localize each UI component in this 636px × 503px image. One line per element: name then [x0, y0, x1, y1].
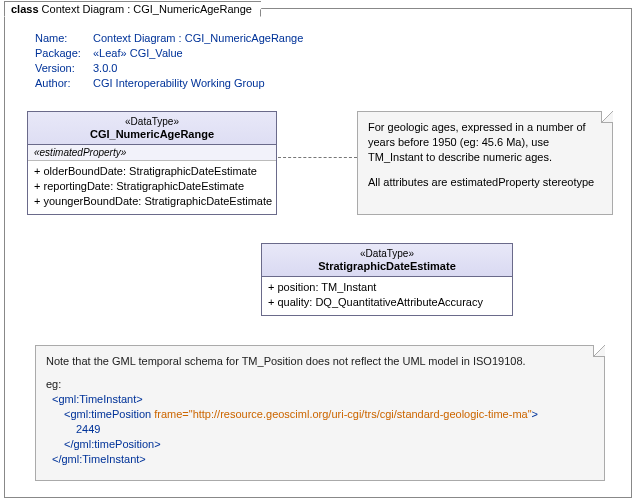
gml-example: <gml:TimeInstant> <gml:timePosition fram… — [52, 392, 594, 467]
diagram-frame: class Context Diagram : CGI_NumericAgeRa… — [4, 8, 632, 498]
meta-author-value: CGI Interoperability Working Group — [93, 76, 265, 91]
class-section-label: «estimatedProperty» — [28, 145, 276, 161]
meta-package-label: Package: — [35, 46, 93, 61]
class-attributes: + position: TM_Instant + quality: DQ_Qua… — [262, 277, 512, 315]
gml-line: </gml:timePosition> — [52, 437, 594, 452]
meta-name-label: Name: — [35, 31, 93, 46]
note-fold-icon — [601, 111, 613, 123]
diagram-metadata: Name:Context Diagram : CGI_NumericAgeRan… — [35, 31, 303, 91]
attr-row: + olderBoundDate: StratigraphicDateEstim… — [34, 164, 270, 179]
class-stereotype: «DataType» — [268, 247, 506, 260]
class-stereotype: «DataType» — [34, 115, 270, 128]
gml-tag-open: <gml:timePosition — [64, 408, 154, 420]
attr-row: + quality: DQ_QuantitativeAttributeAccur… — [268, 295, 506, 310]
note2-eg-label: eg: — [46, 377, 594, 392]
class-cgi-numericagerange: «DataType» CGI_NumericAgeRange «estimate… — [27, 111, 277, 215]
gml-line: <gml:TimeInstant> — [52, 392, 594, 407]
gml-attr-value: "http://resource.geosciml.org/uri-cgi/tr… — [189, 408, 532, 420]
meta-package-value: «Leaf» CGI_Value — [93, 46, 183, 61]
gml-tag-close: > — [532, 408, 538, 420]
note2-intro: Note that the GML temporal schema for TM… — [46, 354, 594, 369]
gml-line: </gml:TimeInstant> — [52, 452, 594, 467]
class-head: «DataType» StratigraphicDateEstimate — [262, 244, 512, 277]
attr-row: + reportingDate: StratigraphicDateEstima… — [34, 179, 270, 194]
attr-row: + position: TM_Instant — [268, 280, 506, 295]
note-gml-schema: Note that the GML temporal schema for TM… — [35, 345, 605, 481]
class-name: StratigraphicDateEstimate — [268, 260, 506, 273]
meta-author-label: Author: — [35, 76, 93, 91]
frame-title: Context Diagram : CGI_NumericAgeRange — [42, 3, 252, 15]
frame-title-tab: class Context Diagram : CGI_NumericAgeRa… — [4, 1, 261, 17]
frame-prefix: class — [11, 3, 39, 15]
note-text-1: For geologic ages, expressed in a number… — [368, 120, 602, 165]
class-stratigraphicdateestimate: «DataType» StratigraphicDateEstimate + p… — [261, 243, 513, 316]
note-text-2: All attributes are estimatedProperty ste… — [368, 175, 602, 190]
note-geologic-ages: For geologic ages, expressed in a number… — [357, 111, 613, 215]
class-head: «DataType» CGI_NumericAgeRange — [28, 112, 276, 145]
gml-line: <gml:timePosition frame="http://resource… — [52, 407, 594, 422]
meta-version-value: 3.0.0 — [93, 61, 117, 76]
meta-name-value: Context Diagram : CGI_NumericAgeRange — [93, 31, 303, 46]
class-name: CGI_NumericAgeRange — [34, 128, 270, 141]
meta-version-label: Version: — [35, 61, 93, 76]
gml-attr-name: frame= — [154, 408, 189, 420]
note-link — [278, 157, 357, 158]
note-fold-icon — [593, 345, 605, 357]
attr-row: + youngerBoundDate: StratigraphicDateEst… — [34, 194, 270, 209]
class-attributes: + olderBoundDate: StratigraphicDateEstim… — [28, 161, 276, 214]
gml-value: 2449 — [52, 422, 594, 437]
